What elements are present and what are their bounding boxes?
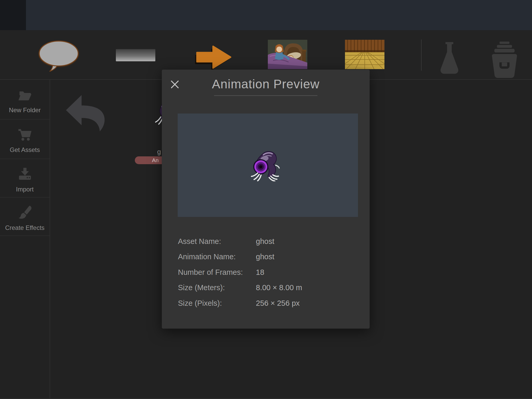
info-value: ghost bbox=[256, 237, 274, 245]
shopping-cart-icon bbox=[17, 126, 32, 143]
sidebar-item-import[interactable]: Import bbox=[0, 159, 50, 197]
info-label: Asset Name: bbox=[178, 237, 221, 245]
info-row: Animation Name: ghost bbox=[162, 249, 370, 265]
left-sidebar: New Folder Get Assets bbox=[0, 80, 50, 399]
storage-bin-icon[interactable] bbox=[490, 42, 519, 79]
dialog-title: Animation Preview bbox=[162, 77, 370, 91]
info-label: Animation Name: bbox=[178, 252, 236, 261]
info-value: 256 × 256 px bbox=[256, 299, 300, 307]
import-download-icon bbox=[17, 166, 32, 182]
asset-name-label: g bbox=[157, 148, 161, 156]
sidebar-item-create-effects[interactable]: Create Effects bbox=[0, 197, 50, 236]
sidebar-item-label: Create Effects bbox=[5, 224, 45, 231]
info-value: 8.00 × 8.00 m bbox=[256, 283, 302, 292]
sidebar-item-get-assets[interactable]: Get Assets bbox=[0, 119, 50, 159]
gradient-bar-icon[interactable] bbox=[116, 49, 155, 61]
toolbar-divider bbox=[421, 39, 422, 71]
info-row: Number of Frames: 18 bbox=[162, 264, 370, 280]
animation-preview-canvas bbox=[178, 114, 358, 217]
sidebar-item-label: Import bbox=[16, 186, 34, 193]
title-underline bbox=[214, 95, 317, 96]
ghost-sprite bbox=[250, 150, 284, 182]
animation-preview-dialog: Animation Preview bbox=[162, 70, 370, 329]
info-label: Size (Pixels): bbox=[178, 299, 222, 307]
info-row: Size (Meters): 8.00 × 8.00 m bbox=[162, 280, 370, 296]
app-screen: New Folder Get Assets bbox=[0, 0, 532, 399]
status-strip bbox=[0, 0, 532, 30]
sidebar-item-label: Get Assets bbox=[10, 147, 40, 153]
sidebar-item-label: New Folder bbox=[9, 107, 41, 114]
flask-icon[interactable] bbox=[438, 42, 461, 77]
new-folder-icon bbox=[17, 87, 32, 103]
info-row: Asset Name: ghost bbox=[162, 234, 370, 249]
animation-info-list: Asset Name: ghost Animation Name: ghost … bbox=[162, 234, 370, 311]
paintbrush-icon bbox=[17, 204, 32, 221]
info-value: 18 bbox=[256, 268, 264, 276]
info-value: ghost bbox=[256, 252, 274, 261]
info-row: Size (Pixels): 256 × 256 px bbox=[162, 295, 370, 311]
info-label: Size (Meters): bbox=[178, 283, 225, 292]
info-label: Number of Frames: bbox=[178, 268, 243, 276]
room-floor-thumbnail[interactable] bbox=[345, 40, 384, 70]
sidebar-item-new-folder[interactable]: New Folder bbox=[0, 80, 50, 119]
undo-arrow-icon[interactable] bbox=[65, 94, 107, 133]
asset-badge-label: An bbox=[152, 157, 159, 163]
speech-bubble-icon[interactable] bbox=[37, 40, 81, 73]
bedroom-scene-thumbnail[interactable] bbox=[268, 40, 307, 70]
corner-box bbox=[0, 0, 26, 30]
